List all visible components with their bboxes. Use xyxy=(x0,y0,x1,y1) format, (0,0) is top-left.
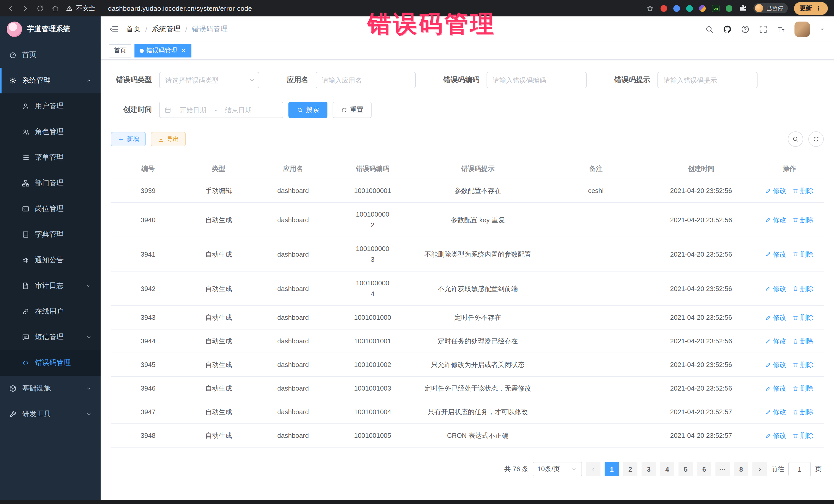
edit-link[interactable]: 修改 xyxy=(765,185,786,196)
start-date-input[interactable] xyxy=(174,106,213,114)
delete-link[interactable]: 删除 xyxy=(792,185,813,196)
more-pages-button[interactable]: ··· xyxy=(716,462,730,476)
date-range-picker[interactable]: - xyxy=(159,102,283,118)
edit-link[interactable]: 修改 xyxy=(765,383,786,394)
sidebar-item-dictionary[interactable]: 字典管理 xyxy=(0,222,101,247)
sidebar-item-roles[interactable]: 角色管理 xyxy=(0,119,101,145)
extension-icon-multicolor[interactable] xyxy=(699,5,706,12)
page-button-6[interactable]: 6 xyxy=(697,462,711,476)
sidebar-item-label: 审计日志 xyxy=(35,281,64,290)
sidebar-item-dev-tools[interactable]: 研发工具 xyxy=(0,401,101,427)
next-page-button[interactable] xyxy=(752,462,767,476)
delete-link[interactable]: 删除 xyxy=(792,249,813,259)
github-icon[interactable] xyxy=(723,25,732,34)
jump-suffix-label: 页 xyxy=(815,464,822,474)
tab-home[interactable]: 首页 xyxy=(109,44,131,57)
sidebar-item-menus[interactable]: 菜单管理 xyxy=(0,145,101,170)
sidebar-item-system[interactable]: 系统管理 xyxy=(0,68,101,93)
reset-button[interactable]: 重置 xyxy=(333,102,372,118)
edit-link-label: 修改 xyxy=(773,312,786,323)
search-icon[interactable] xyxy=(705,25,714,34)
edit-link[interactable]: 修改 xyxy=(765,336,786,346)
security-indicator[interactable]: 不安全 xyxy=(66,4,95,13)
edit-link[interactable]: 修改 xyxy=(765,283,786,294)
breadcrumb-item-home[interactable]: 首页 xyxy=(126,25,140,34)
refresh-table-button[interactable] xyxy=(808,131,824,147)
browser-forward-icon[interactable] xyxy=(21,4,30,13)
column-header-app: 应用名 xyxy=(252,159,334,179)
error-hint-input[interactable] xyxy=(657,72,758,88)
extension-icon-on[interactable]: on xyxy=(712,4,720,12)
jump-page-input[interactable] xyxy=(788,462,811,476)
browser-back-icon[interactable] xyxy=(6,4,15,13)
delete-link[interactable]: 删除 xyxy=(792,312,813,323)
toggle-search-button[interactable] xyxy=(788,131,803,147)
sidebar-item-sms[interactable]: 短信管理 xyxy=(0,324,101,350)
edit-link[interactable]: 修改 xyxy=(765,312,786,323)
sidebar-item-notices[interactable]: 通知公告 xyxy=(0,247,101,273)
delete-link[interactable]: 删除 xyxy=(792,359,813,370)
extension-icon-red[interactable] xyxy=(660,5,667,12)
extensions-puzzle-icon[interactable] xyxy=(739,4,747,13)
avatar-caret-down-icon[interactable] xyxy=(819,26,826,33)
help-icon[interactable] xyxy=(741,25,750,34)
export-button[interactable]: 导出 xyxy=(151,132,186,146)
fullscreen-icon[interactable] xyxy=(759,25,768,34)
browser-profile-badge[interactable]: 已暂停 xyxy=(753,3,788,13)
filter-label: 创建时间 xyxy=(111,105,152,114)
page-button-1[interactable]: 1 xyxy=(605,462,619,476)
user-avatar[interactable] xyxy=(794,22,810,37)
breadcrumb-item-system[interactable]: 系统管理 xyxy=(152,25,181,34)
error-type-select[interactable] xyxy=(159,72,259,88)
error-code-input[interactable] xyxy=(486,72,587,88)
close-icon[interactable] xyxy=(181,48,186,53)
address-url[interactable]: dashboard.yudao.iocoder.cn/system/error-… xyxy=(108,4,252,12)
add-button[interactable]: 新增 xyxy=(111,132,146,146)
page-button-2[interactable]: 2 xyxy=(623,462,637,476)
page-button-5[interactable]: 5 xyxy=(679,462,693,476)
app-logo[interactable]: 芋道管理系统 xyxy=(0,17,101,42)
edit-link[interactable]: 修改 xyxy=(765,407,786,417)
app-name-input[interactable] xyxy=(316,72,416,88)
extension-icon-green[interactable] xyxy=(726,5,732,12)
browser-home-icon[interactable] xyxy=(51,4,60,13)
page-size-select[interactable]: 10条/页 xyxy=(533,462,582,476)
page-button-3[interactable]: 3 xyxy=(641,462,656,476)
delete-link[interactable]: 删除 xyxy=(792,283,813,294)
edit-link[interactable]: 修改 xyxy=(765,249,786,259)
sidebar-item-home[interactable]: 首页 xyxy=(0,42,101,68)
browser-menu-kebab-icon[interactable]: ⋮ xyxy=(815,5,822,12)
browser-reload-icon[interactable] xyxy=(36,4,45,13)
prev-page-button[interactable] xyxy=(586,462,600,476)
sidebar-item-audit-log[interactable]: 审计日志 xyxy=(0,273,101,299)
delete-link[interactable]: 删除 xyxy=(792,383,813,394)
edit-link[interactable]: 修改 xyxy=(765,430,786,441)
sidebar-item-error-code[interactable]: 错误码管理 xyxy=(0,350,101,376)
end-date-input[interactable] xyxy=(219,106,258,114)
search-button[interactable]: 搜索 xyxy=(288,102,327,118)
list-icon xyxy=(22,153,30,162)
sidebar-item-infrastructure[interactable]: 基础设施 xyxy=(0,376,101,401)
cell-app: dashboard xyxy=(252,242,334,266)
page-button-4[interactable]: 4 xyxy=(660,462,674,476)
navbar-actions xyxy=(705,22,826,37)
delete-link[interactable]: 删除 xyxy=(792,407,813,417)
delete-link[interactable]: 删除 xyxy=(792,214,813,225)
sidebar-item-departments[interactable]: 部门管理 xyxy=(0,170,101,196)
font-size-icon[interactable] xyxy=(776,25,786,34)
extension-icon-blue[interactable] xyxy=(673,5,680,12)
delete-link[interactable]: 删除 xyxy=(792,430,813,441)
edit-link[interactable]: 修改 xyxy=(765,214,786,225)
sidebar-item-users[interactable]: 用户管理 xyxy=(0,93,101,119)
page-button-8[interactable]: 8 xyxy=(734,462,748,476)
sidebar-item-online-users[interactable]: 在线用户 xyxy=(0,299,101,324)
sidebar-item-posts[interactable]: 岗位管理 xyxy=(0,196,101,222)
extension-icon-teal[interactable] xyxy=(686,5,693,12)
error-type-select-input[interactable] xyxy=(159,72,259,88)
edit-link[interactable]: 修改 xyxy=(765,359,786,370)
browser-update-button[interactable]: 更新 ⋮ xyxy=(794,2,828,15)
tab-error-code[interactable]: 错误码管理 xyxy=(134,44,192,57)
bookmark-star-icon[interactable] xyxy=(646,4,654,13)
sidebar-collapse-icon[interactable] xyxy=(109,24,119,35)
delete-link[interactable]: 删除 xyxy=(792,336,813,346)
